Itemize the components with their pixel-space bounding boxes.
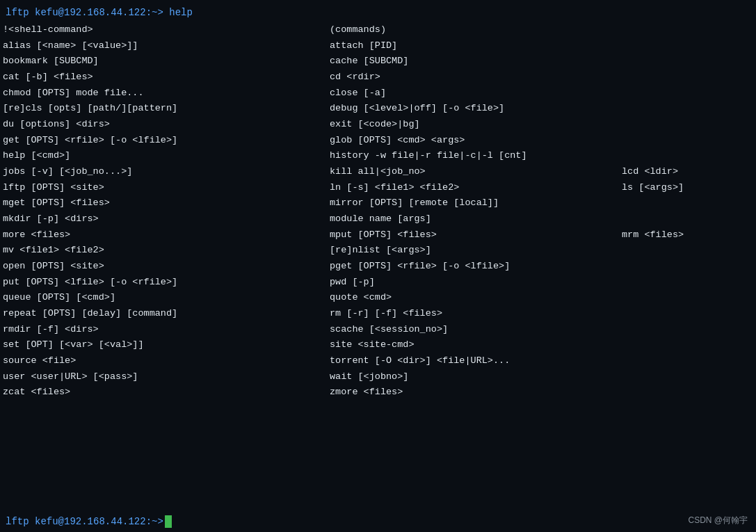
right-cmd-line: attach [PID] [330, 38, 753, 54]
bottom-prompt-text: lftp kefu@192.168.44.122:~> [6, 516, 163, 527]
right-cmd-line: wait [<jobno>] [330, 369, 753, 385]
right-cmd-line: module name [args] [330, 211, 753, 227]
right-cmd-line: exit [<code>|bg] [330, 117, 753, 133]
left-cmd-line: alias [<name> [<value>]] [3, 38, 324, 54]
terminal-window: lftp kefu@192.168.44.122:~> help !<shell… [0, 0, 756, 532]
left-cmd-line: get [OPTS] <rfile> [-o <lfile>] [3, 133, 324, 149]
top-prompt-line: lftp kefu@192.168.44.122:~> help [0, 6, 756, 21]
left-cmd-line: [re]cls [opts] [path/][pattern] [3, 101, 324, 117]
bottom-area: lftp kefu@192.168.44.122:~> [0, 513, 756, 532]
right-cmd-line: cd <rdir> [330, 70, 753, 86]
right-cmd-line: (commands) [330, 22, 753, 38]
left-cmd-line: rmdir [-f] <dirs> [3, 322, 324, 338]
right-cmd-line: mput [OPTS] <files>mrm <files> [330, 227, 753, 243]
right-cmd-line: rm [-r] [-f] <files> [330, 306, 753, 322]
left-cmd-line: !<shell-command> [3, 22, 324, 38]
right-cmd-line: pwd [-p] [330, 275, 753, 291]
right-cmd-line: mirror [OPTS] [remote [local]] [330, 195, 753, 211]
left-cmd-line: du [options] <dirs> [3, 117, 324, 133]
left-cmd-line: user <user|URL> [<pass>] [3, 369, 324, 385]
bottom-prompt-line: lftp kefu@192.168.44.122:~> [6, 515, 750, 528]
right-cmd-line: close [-a] [330, 86, 753, 102]
left-commands-col: !<shell-command>alias [<name> [<value>]]… [0, 21, 327, 513]
right-cmd-line: quote <cmd> [330, 290, 753, 306]
left-cmd-line: chmod [OPTS] mode file... [3, 86, 324, 102]
left-cmd-line: set [OPT] [<var> [<val>]] [3, 337, 324, 353]
right-cmd-line: pget [OPTS] <rfile> [-o <lfile>] [330, 259, 753, 275]
right-cmd-line: cache [SUBCMD] [330, 54, 753, 70]
left-cmd-line: more <files> [3, 227, 324, 243]
right-cmd-line: history -w file|-r file|-c|-l [cnt] [330, 148, 753, 164]
left-cmd-line: source <file> [3, 353, 324, 369]
left-cmd-line: bookmark [SUBCMD] [3, 54, 324, 70]
right-cmd-line: [re]nlist [<args>] [330, 243, 753, 259]
left-cmd-line: put [OPTS] <lfile> [-o <rfile>] [3, 275, 324, 291]
left-cmd-line: help [<cmd>] [3, 148, 324, 164]
left-cmd-line: mv <file1> <file2> [3, 243, 324, 259]
prompt-text: lftp kefu@192.168.44.122:~> help [6, 7, 193, 18]
left-cmd-line: mget [OPTS] <files> [3, 195, 324, 211]
left-cmd-line: repeat [OPTS] [delay] [command] [3, 306, 324, 322]
left-cmd-line: open [OPTS] <site> [3, 259, 324, 275]
left-cmd-line: queue [OPTS] [<cmd>] [3, 290, 324, 306]
left-cmd-line: cat [-b] <files> [3, 70, 324, 86]
commands-grid: !<shell-command>alias [<name> [<value>]]… [0, 21, 756, 513]
watermark: CSDN @何翰宇 [688, 515, 748, 526]
left-cmd-line: zcat <files> [3, 385, 324, 401]
right-cmd-line: ln [-s] <file1> <file2>ls [<args>] [330, 180, 753, 196]
right-cmd-line: torrent [-O <dir>] <file|URL>... [330, 353, 753, 369]
right-cmd-line: zmore <files> [330, 385, 753, 401]
right-cmd-line: scache [<session_no>] [330, 322, 753, 338]
cursor-block [165, 515, 172, 528]
right-cmd-line: site <site-cmd> [330, 337, 753, 353]
right-cmd-line: kill all|<job_no>lcd <ldir> [330, 164, 753, 180]
left-cmd-line: jobs [-v] [<job_no...>] [3, 164, 324, 180]
left-cmd-line: lftp [OPTS] <site> [3, 180, 324, 196]
left-cmd-line: mkdir [-p] <dirs> [3, 211, 324, 227]
right-commands-col: (commands)attach [PID]cache [SUBCMD]cd <… [327, 21, 756, 513]
right-cmd-line: debug [<level>|off] [-o <file>] [330, 101, 753, 117]
right-cmd-line: glob [OPTS] <cmd> <args> [330, 133, 753, 149]
